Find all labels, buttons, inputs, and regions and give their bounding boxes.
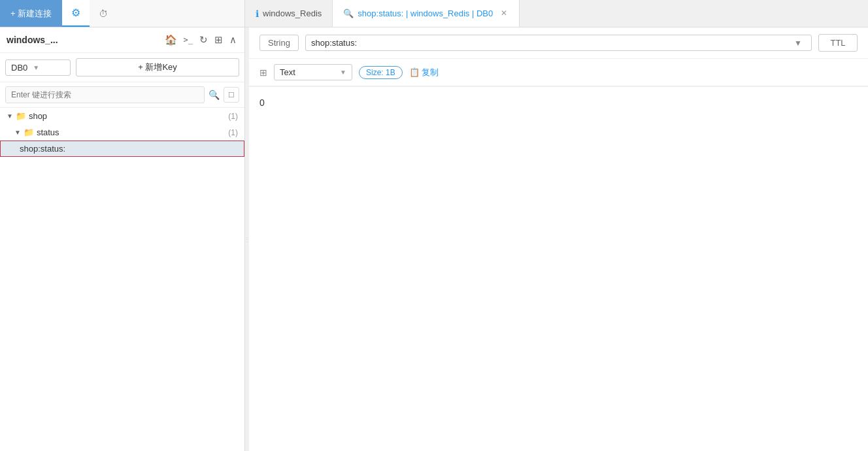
tab-close-icon[interactable]: ✕ bbox=[499, 8, 509, 18]
shop-arrow-icon: ▼ bbox=[7, 112, 13, 120]
display-type-select[interactable]: Text ▼ bbox=[274, 64, 352, 80]
key-name-dropdown-arrow[interactable]: ▼ bbox=[790, 39, 806, 48]
tab-shop-status-label: shop:status: | windows_Redis | DB0 bbox=[358, 8, 493, 18]
search-input[interactable] bbox=[5, 86, 205, 103]
value-toolbar: ⊞ Text ▼ Size: 1B 📋 复制 bbox=[249, 59, 868, 86]
key-tree: ▼ 📁 shop (1) ▼ 📁 status (1) shop:status: bbox=[0, 108, 244, 451]
tree-item-shop[interactable]: ▼ 📁 shop (1) bbox=[0, 108, 244, 124]
new-key-button[interactable]: + 新增Key bbox=[76, 58, 239, 76]
value-content: 0 bbox=[249, 87, 868, 451]
display-type-icon: ⊞ bbox=[259, 67, 267, 78]
content-area: String shop:status: ▼ TTL ⊞ Text ▼ Size:… bbox=[249, 27, 868, 451]
connection-title: windows_... bbox=[7, 35, 159, 45]
db-selector[interactable]: DB0 ▼ bbox=[5, 59, 71, 76]
settings-icon: ⚙ bbox=[71, 7, 80, 19]
type-badge[interactable]: String bbox=[259, 35, 299, 51]
db-dropdown-arrow: ▼ bbox=[33, 64, 39, 71]
search-button[interactable]: 🔍 bbox=[209, 90, 220, 100]
tab-windows-redis-label: windows_Redis bbox=[263, 8, 322, 18]
grid-icon[interactable]: ⊞ bbox=[213, 33, 224, 47]
key-name-wrapper: shop:status: ▼ bbox=[305, 35, 812, 51]
tab-shop-status[interactable]: 🔍 shop:status: | windows_Redis | DB0 ✕ bbox=[333, 0, 520, 27]
clock-icon: ⏱ bbox=[99, 8, 108, 19]
status-arrow-icon: ▼ bbox=[14, 129, 21, 136]
copy-icon: 📋 bbox=[409, 67, 420, 77]
terminal-icon[interactable]: >_ bbox=[182, 34, 194, 46]
status-count: (1) bbox=[228, 128, 238, 137]
collapse-icon[interactable]: ∧ bbox=[228, 33, 238, 47]
tab-bar: ℹ windows_Redis 🔍 shop:status: | windows… bbox=[245, 0, 868, 27]
sidebar-toolbar: + 新建连接 ⚙ ⏱ bbox=[0, 0, 245, 27]
copy-label: 复制 bbox=[422, 67, 439, 78]
tree-key-shop-status[interactable]: shop:status: bbox=[0, 141, 244, 157]
value-text: 0 bbox=[259, 97, 265, 108]
info-icon: ℹ bbox=[256, 8, 259, 19]
status-folder-icon: 📁 bbox=[24, 127, 34, 137]
key-label: shop:status: bbox=[20, 144, 65, 154]
tree-item-status[interactable]: ▼ 📁 status (1) bbox=[0, 124, 244, 141]
settings-icon-button[interactable]: ⚙ bbox=[62, 0, 90, 27]
home-icon[interactable]: 🏠 bbox=[163, 33, 178, 47]
display-type-label: Text bbox=[280, 67, 295, 77]
refresh-icon[interactable]: ↻ bbox=[198, 33, 209, 47]
search-tab-icon: 🔍 bbox=[343, 8, 354, 18]
filter-button[interactable]: ☐ bbox=[224, 87, 239, 103]
shop-label: shop bbox=[29, 111, 47, 121]
tab-windows-redis[interactable]: ℹ windows_Redis bbox=[245, 0, 333, 27]
size-badge: Size: 1B bbox=[359, 66, 403, 79]
shop-count: (1) bbox=[228, 112, 238, 121]
db-selector-value: DB0 bbox=[11, 63, 27, 73]
key-info-bar: String shop:status: ▼ TTL bbox=[249, 27, 868, 59]
copy-button[interactable]: 📋 复制 bbox=[409, 67, 439, 78]
ttl-button[interactable]: TTL bbox=[818, 34, 858, 52]
display-type-arrow: ▼ bbox=[340, 69, 346, 76]
new-connection-button[interactable]: + 新建连接 bbox=[0, 0, 62, 27]
schedule-icon-button[interactable]: ⏱ bbox=[90, 0, 117, 27]
status-label: status bbox=[37, 127, 59, 137]
key-name-text: shop:status: bbox=[311, 38, 790, 48]
shop-folder-icon: 📁 bbox=[16, 111, 26, 121]
